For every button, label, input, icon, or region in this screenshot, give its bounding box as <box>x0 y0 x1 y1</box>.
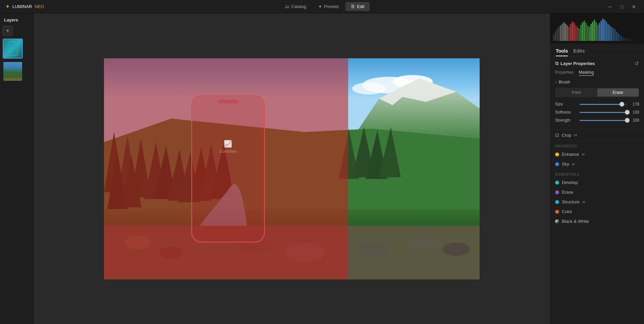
svg-rect-47 <box>572 22 573 41</box>
size-slider-thumb[interactable] <box>620 102 624 107</box>
layer-thumb-phone[interactable] <box>3 39 23 59</box>
layer-properties-section: ⧉ Layer Properties ↺ Properties Masking … <box>550 56 644 130</box>
layers-title: Layers <box>3 17 31 23</box>
strength-slider-fill <box>580 120 627 121</box>
presets-button[interactable]: ✦ Presets <box>313 2 344 11</box>
size-value: 178 <box>630 102 639 107</box>
svg-rect-55 <box>585 23 587 41</box>
structure-tool-item[interactable]: Structure AI <box>550 197 644 207</box>
svg-rect-64 <box>601 21 602 41</box>
svg-rect-1 <box>10 41 15 43</box>
svg-rect-60 <box>594 20 595 41</box>
svg-rect-48 <box>574 23 575 41</box>
erase-toggle-button[interactable]: Erase <box>597 88 639 96</box>
size-slider-track[interactable] <box>580 104 627 105</box>
structure-icon <box>555 200 559 204</box>
catalog-label: Catalog <box>291 4 306 9</box>
erase-tool-item[interactable]: Erase <box>550 187 644 197</box>
enhance-tool-item[interactable]: Enhance AI <box>550 149 644 159</box>
svg-rect-52 <box>580 25 582 41</box>
crop-tool-item[interactable]: ⊡ Crop AI <box>550 130 644 141</box>
logo-luminar: LUMINAR <box>12 4 32 9</box>
svg-rect-65 <box>602 18 604 41</box>
softness-label: Softness <box>555 110 577 115</box>
essentials-category-label: Essentials <box>550 169 644 178</box>
softness-slider-row: Softness 100 <box>555 110 639 115</box>
panel-tabs: Tools Edits <box>550 44 644 56</box>
crop-ai-badge: AI <box>574 133 577 137</box>
svg-rect-59 <box>592 22 593 41</box>
close-button[interactable]: ✕ <box>629 2 639 11</box>
softness-slider-thumb[interactable] <box>625 110 630 115</box>
svg-rect-45 <box>569 27 570 41</box>
layer-thumb-landscape[interactable] <box>3 61 23 81</box>
svg-rect-67 <box>606 22 607 41</box>
histogram-svg <box>553 16 641 41</box>
layer-props-icon: ⧉ <box>555 61 558 66</box>
svg-rect-74 <box>618 33 619 41</box>
svg-rect-58 <box>590 24 592 41</box>
catalog-button[interactable]: 🗂 Catalog <box>279 2 312 11</box>
softness-slider-fill <box>580 112 627 113</box>
svg-rect-51 <box>579 28 580 41</box>
svg-rect-79 <box>626 39 627 41</box>
topbar-left: ✦ LUMINAR NEO <box>5 3 44 10</box>
svg-rect-73 <box>616 31 617 41</box>
edit-label: Edit <box>357 4 364 9</box>
tab-tools[interactable]: Tools <box>556 46 568 56</box>
topbar: ✦ LUMINAR NEO 🗂 Catalog ✦ Presets ☰ Edit… <box>0 0 644 13</box>
svg-rect-78 <box>624 38 626 41</box>
svg-rect-77 <box>623 37 624 41</box>
svg-rect-57 <box>589 27 590 41</box>
layers-panel: Layers + <box>0 13 34 324</box>
minimize-button[interactable]: ─ <box>605 2 614 11</box>
erase-tool-label: Erase <box>562 190 573 195</box>
svg-rect-41 <box>561 24 563 41</box>
svg-rect-49 <box>575 25 577 41</box>
presets-icon: ✦ <box>318 4 322 9</box>
edit-button[interactable]: ☰ Edit <box>345 2 370 11</box>
section-header: ⧉ Layer Properties ↺ <box>555 60 639 67</box>
add-layer-button[interactable]: + <box>3 26 13 36</box>
presets-label: Presets <box>324 4 339 9</box>
sub-tab-masking[interactable]: Masking <box>579 70 594 76</box>
main-layout: Layers + <box>0 13 644 324</box>
develop-tool-item[interactable]: Develop <box>550 178 644 187</box>
svg-rect-39 <box>558 27 559 41</box>
color-tool-item[interactable]: Color <box>550 207 644 216</box>
phone-notch <box>218 100 238 104</box>
svg-rect-82 <box>631 40 633 41</box>
catalog-icon: 🗂 <box>285 4 289 9</box>
bw-tool-item[interactable]: Black & White <box>550 216 644 226</box>
softness-slider-track[interactable] <box>580 112 627 113</box>
paint-toggle-button[interactable]: Paint <box>556 88 597 96</box>
sub-tabs: Properties Masking <box>555 70 639 76</box>
svg-rect-76 <box>621 36 622 41</box>
svg-rect-40 <box>560 25 561 41</box>
strength-label: Strength <box>555 118 577 123</box>
right-panel: Tools Edits ⧉ Layer Properties ↺ Propert… <box>550 13 644 324</box>
color-label: Color <box>562 209 572 214</box>
reset-button[interactable]: ↺ <box>634 60 639 67</box>
bw-label: Black & White <box>562 219 589 224</box>
strength-slider-thumb[interactable] <box>625 118 630 123</box>
svg-rect-83 <box>633 40 634 41</box>
sub-tab-properties[interactable]: Properties <box>555 70 574 76</box>
sky-icon <box>555 162 559 166</box>
svg-rect-36 <box>553 35 554 41</box>
bw-icon <box>555 219 559 223</box>
structure-ai-badge: AI <box>582 200 585 204</box>
svg-rect-71 <box>612 28 614 41</box>
tab-edits[interactable]: Edits <box>573 46 585 56</box>
sky-tool-item[interactable]: Sky AI <box>550 159 644 169</box>
maximize-button[interactable]: □ <box>617 2 627 11</box>
strength-slider-track[interactable] <box>580 120 627 121</box>
svg-rect-50 <box>577 27 578 41</box>
svg-rect-53 <box>582 22 583 41</box>
svg-rect-54 <box>584 21 585 41</box>
phone-screen-content: 📈 CoinView <box>219 140 236 154</box>
enhance-ai-badge: AI <box>582 153 585 156</box>
phone-frame: 📈 CoinView <box>191 95 265 243</box>
svg-rect-80 <box>628 39 629 41</box>
back-arrow-icon[interactable]: ‹ <box>555 79 557 84</box>
